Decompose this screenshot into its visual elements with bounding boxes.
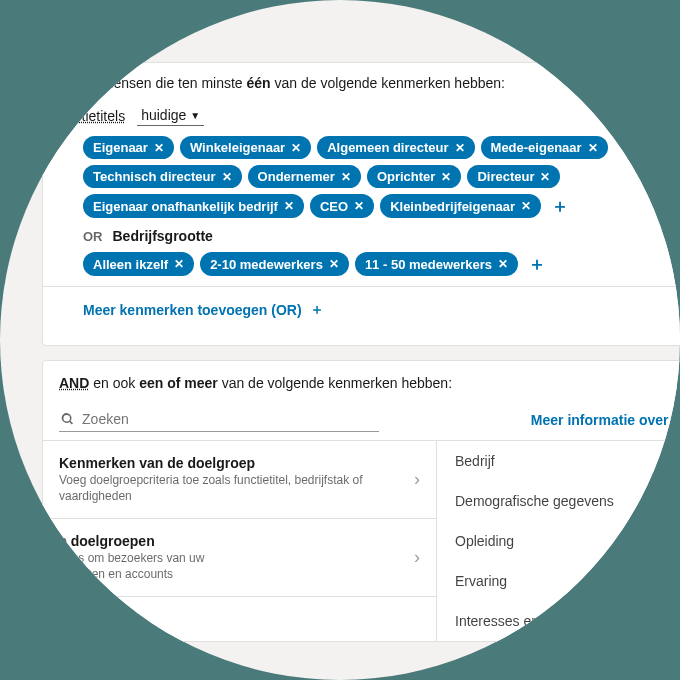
filter-pill[interactable]: Kleinbedrijfeigenaar✕	[380, 194, 541, 218]
include-card: JSIEF mensen die ten minste één van de v…	[42, 62, 680, 346]
option-audiences[interactable]: e doelgroepen vens om bezoekers van uwon…	[43, 519, 436, 597]
filter-pill[interactable]: 11 - 50 medewerkers✕	[355, 252, 518, 276]
or-badge: OR	[83, 229, 103, 244]
filter-pill[interactable]: Ondernemer✕	[248, 165, 361, 188]
pill-label: Algemeen directeur	[327, 140, 448, 155]
filter-pill[interactable]: Directeur✕	[467, 165, 560, 188]
close-icon[interactable]: ✕	[540, 170, 550, 184]
search-box[interactable]	[59, 407, 379, 432]
option-desc: Voeg doelgroepcriteria toe zoals functie…	[59, 473, 414, 504]
menu-item[interactable]: Demografische gegevens	[437, 481, 680, 521]
add-pill-button[interactable]: ＋	[547, 194, 573, 218]
close-icon[interactable]: ✕	[521, 199, 531, 213]
include-line: JSIEF mensen die ten minste één van de v…	[59, 75, 680, 91]
pill-label: Eigenaar	[93, 140, 148, 155]
close-icon[interactable]: ✕	[498, 257, 508, 271]
pill-label: Winkeleigenaar	[190, 140, 285, 155]
chevron-right-icon: ›	[414, 469, 420, 490]
menu-item[interactable]: Interesses en	[437, 601, 680, 641]
plus-icon: ＋	[310, 301, 324, 319]
pill-label: 11 - 50 medewerkers	[365, 257, 492, 272]
filter-pill[interactable]: Mede-eigenaar✕	[481, 136, 608, 159]
menu-item[interactable]: Opleiding	[437, 521, 680, 561]
close-icon[interactable]: ✕	[455, 141, 465, 155]
search-input[interactable]	[82, 411, 377, 427]
filter-pill[interactable]: Eigenaar✕	[83, 136, 174, 159]
company-size-label: Bedrijfsgrootte	[113, 228, 213, 244]
add-more-or-button[interactable]: Meer kenmerken toevoegen (OR) ＋	[59, 287, 680, 333]
pill-label: Ondernemer	[258, 169, 335, 184]
option-title: e doelgroepen	[59, 533, 204, 549]
filter-pill[interactable]: Technisch directeur✕	[83, 165, 242, 188]
filter-pill[interactable]: CEO✕	[310, 194, 374, 218]
close-icon[interactable]: ✕	[441, 170, 451, 184]
caret-down-icon: ▼	[190, 110, 200, 121]
category-menu: BedrijfDemografische gegevensOpleidingEr…	[437, 441, 680, 641]
pill-label: Eigenaar onafhankelijk bedrijf	[93, 199, 278, 214]
close-icon[interactable]: ✕	[354, 199, 364, 213]
pill-label: 2-10 medewerkers	[210, 257, 323, 272]
chevron-right-icon: ›	[414, 547, 420, 568]
and-card: AND en ook een of meer van de volgende k…	[42, 360, 680, 642]
more-info-link[interactable]: Meer informatie over d	[531, 412, 680, 428]
pill-label: Oprichter	[377, 169, 436, 184]
filter-pill[interactable]: Oprichter✕	[367, 165, 462, 188]
pill-label: Technisch directeur	[93, 169, 216, 184]
close-icon[interactable]: ✕	[588, 141, 598, 155]
job-titles-label: unctietitels	[59, 108, 125, 124]
close-icon[interactable]: ✕	[341, 170, 351, 184]
close-icon[interactable]: ✕	[154, 141, 164, 155]
section-heading: roep?	[30, 20, 680, 54]
and-line: AND en ook een of meer van de volgende k…	[43, 361, 680, 401]
recency-dropdown[interactable]: huidige ▼	[137, 105, 204, 126]
add-pill-button[interactable]: ＋	[524, 252, 550, 276]
menu-item[interactable]: Bedrijf	[437, 441, 680, 481]
pill-label: CEO	[320, 199, 348, 214]
close-icon[interactable]: ✕	[222, 170, 232, 184]
search-icon	[61, 412, 74, 426]
pill-label: Alleen ikzelf	[93, 257, 168, 272]
pill-label: Kleinbedrijfeigenaar	[390, 199, 515, 214]
close-icon[interactable]: ✕	[284, 199, 294, 213]
filter-pill[interactable]: 2-10 medewerkers✕	[200, 252, 349, 276]
close-icon[interactable]: ✕	[174, 257, 184, 271]
menu-item[interactable]: Ervaring	[437, 561, 680, 601]
close-icon[interactable]: ✕	[291, 141, 301, 155]
company-size-pills: Alleen ikzelf✕2-10 medewerkers✕11 - 50 m…	[59, 252, 680, 276]
option-desc: vens om bezoekers van uwontacten en acco…	[59, 551, 204, 582]
option-target-attributes[interactable]: Kenmerken van de doelgroep Voeg doelgroe…	[43, 441, 436, 519]
filter-pill[interactable]: Winkeleigenaar✕	[180, 136, 311, 159]
filter-pill[interactable]: Eigenaar onafhankelijk bedrijf✕	[83, 194, 304, 218]
job-title-pills: Eigenaar✕Winkeleigenaar✕Algemeen directe…	[59, 136, 680, 218]
pill-label: Directeur	[477, 169, 534, 184]
pill-label: Mede-eigenaar	[491, 140, 582, 155]
close-icon[interactable]: ✕	[329, 257, 339, 271]
option-title: Kenmerken van de doelgroep	[59, 455, 414, 471]
filter-pill[interactable]: Alleen ikzelf✕	[83, 252, 194, 276]
filter-pill[interactable]: Algemeen directeur✕	[317, 136, 474, 159]
